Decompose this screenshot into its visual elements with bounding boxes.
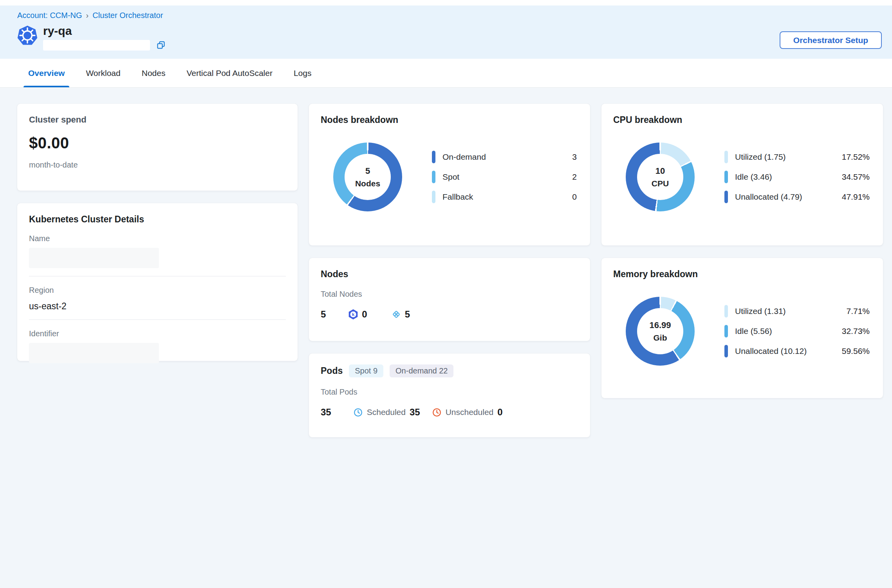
top-strip (0, 0, 892, 5)
unscheduled-clock-icon (432, 408, 442, 417)
field-region-label: Region (29, 286, 286, 295)
breadcrumb: Account: CCM-NG › Cluster Orchestrator (17, 11, 875, 20)
legend-row-cpu-utilized: Utilized (1.75) 17.52% (724, 151, 870, 163)
cpu-breakdown-card: CPU breakdown 10 CPU Utilized (1.75) 17.… (601, 104, 883, 245)
legend-row-on-demand: On-demand 3 (432, 151, 577, 163)
spot-legend-pill (432, 171, 435, 183)
cluster-spend-period: month-to-date (29, 161, 286, 170)
karpenter-icon: k (348, 309, 359, 320)
memory-idle-legend-label: Idle (5.56) (735, 326, 772, 336)
cluster-id-row (43, 40, 166, 51)
field-name: Name (29, 234, 286, 268)
memory-idle-legend-pill (724, 325, 728, 337)
field-name-label: Name (29, 234, 286, 243)
fallback-legend-value: 0 (572, 192, 577, 202)
nodes-donut-value: 5 (365, 166, 370, 176)
cpu-unallocated-legend-value: 47.91% (842, 192, 870, 202)
title-block: ry-qa (43, 25, 166, 51)
on-demand-legend-value: 3 (572, 152, 577, 162)
cpu-breakdown-legend: Utilized (1.75) 17.52% Idle (3.46) 34.57… (724, 151, 870, 203)
nodes-breakdown-chart-row: 5 Nodes On-demand 3 Spot 2 (321, 142, 578, 211)
nodes-card: Nodes Total Nodes 5 k 0 (309, 258, 590, 341)
legend-row-cpu-idle: Idle (3.46) 34.57% (724, 171, 870, 183)
kubernetes-logo-icon (17, 25, 38, 46)
memory-utilized-legend-value: 7.71% (846, 307, 870, 316)
cluster-id-redacted (43, 40, 150, 51)
breadcrumb-cluster-orchestrator-link[interactable]: Cluster Orchestrator (92, 11, 163, 20)
svg-text:k: k (352, 312, 355, 317)
memory-utilized-legend-pill (724, 305, 728, 317)
divider (29, 319, 286, 320)
cpu-idle-legend-pill (724, 171, 728, 183)
pods-stat-row: 35 Scheduled 35 (321, 407, 578, 418)
cpu-donut-value: 10 (655, 166, 665, 176)
orchestrator-nodes-value: 5 (405, 309, 410, 320)
unscheduled-value: 0 (497, 407, 502, 418)
memory-donut-value: 16.99 (649, 320, 671, 330)
legend-row-cpu-unallocated: Unallocated (4.79) 47.91% (724, 191, 870, 203)
cpu-donut-chart: 10 CPU (626, 142, 695, 211)
memory-breakdown-chart-row: 16.99 Gib Utilized (1.31) 7.71% Idle (5. (613, 297, 871, 366)
total-nodes-label: Total Nodes (321, 290, 578, 299)
field-region: Region us-east-2 (29, 286, 286, 312)
legend-row-spot: Spot 2 (432, 171, 577, 183)
tab-overview[interactable]: Overview (27, 69, 66, 87)
total-nodes-value: 5 (321, 309, 326, 320)
legend-row-memory-utilized: Utilized (1.31) 7.71% (724, 305, 870, 317)
spot-legend-label: Spot (442, 172, 459, 182)
tab-logs[interactable]: Logs (292, 69, 313, 87)
tab-nodes[interactable]: Nodes (140, 69, 167, 87)
memory-donut-label: Gib (654, 333, 667, 343)
spot-legend-value: 2 (572, 172, 577, 182)
page: Account: CCM-NG › Cluster Orchestrator (0, 0, 892, 588)
pods-title-row: Pods Spot 9 On-demand 22 (321, 364, 578, 377)
field-identifier: Identifier (29, 329, 286, 363)
memory-unallocated-legend-value: 59.56% (842, 346, 870, 356)
cpu-donut-label: CPU (652, 179, 669, 188)
tab-workload[interactable]: Workload (84, 69, 122, 87)
scheduled-label: Scheduled (367, 408, 406, 417)
on-demand-legend-pill (432, 151, 435, 163)
overview-content: Cluster spend $0.00 month-to-date Kubern… (0, 88, 892, 588)
cpu-breakdown-title: CPU breakdown (613, 115, 871, 125)
kubernetes-cluster-details-card: Kubernetes Cluster Details Name Region u… (17, 203, 298, 361)
field-identifier-label: Identifier (29, 329, 286, 338)
title-row: ry-qa (17, 25, 875, 51)
cpu-breakdown-chart-row: 10 CPU Utilized (1.75) 17.52% Idle (3.46 (613, 142, 871, 211)
orchestrator-diamond-icon (391, 309, 402, 320)
memory-breakdown-title: Memory breakdown (613, 269, 871, 280)
tab-bar: Overview Workload Nodes Vertical Pod Aut… (0, 59, 892, 88)
cluster-title: ry-qa (43, 25, 166, 37)
on-demand-pods-badge: On-demand 22 (390, 364, 453, 377)
orchestrator-setup-button[interactable]: Orchestrator Setup (780, 31, 882, 49)
breadcrumb-account-link[interactable]: Account: CCM-NG (17, 11, 82, 20)
cpu-idle-legend-value: 34.57% (842, 172, 870, 182)
nodes-donut-chart: 5 Nodes (333, 142, 402, 211)
cluster-spend-card: Cluster spend $0.00 month-to-date (17, 104, 298, 191)
nodes-donut-label: Nodes (355, 179, 380, 188)
divider (29, 276, 286, 276)
nodes-card-title: Nodes (321, 269, 578, 280)
legend-row-memory-unallocated: Unallocated (10.12) 59.56% (724, 345, 870, 357)
memory-idle-legend-value: 32.73% (842, 326, 870, 336)
nodes-stat-row: 5 k 0 (321, 309, 578, 320)
memory-unallocated-legend-pill (724, 345, 728, 357)
nodes-breakdown-title: Nodes breakdown (321, 115, 578, 125)
nodes-breakdown-legend: On-demand 3 Spot 2 Fallback 0 (432, 151, 577, 203)
scheduled-value: 35 (410, 407, 420, 418)
tab-vertical-pod-autoscaler[interactable]: Vertical Pod AutoScaler (185, 69, 274, 87)
field-name-value-redacted (29, 248, 159, 268)
fallback-legend-pill (432, 191, 435, 203)
cpu-idle-legend-label: Idle (3.46) (735, 172, 772, 182)
memory-donut-center: 16.99 Gib (637, 308, 683, 354)
field-identifier-value-redacted (29, 343, 159, 363)
unscheduled-label: Unscheduled (446, 408, 494, 417)
cpu-utilized-legend-label: Utilized (1.75) (735, 152, 786, 162)
cpu-unallocated-legend-pill (724, 191, 728, 203)
cpu-donut-center: 10 CPU (637, 154, 683, 200)
on-demand-legend-label: On-demand (442, 152, 486, 162)
memory-breakdown-legend: Utilized (1.31) 7.71% Idle (5.56) 32.73%… (724, 305, 870, 357)
scheduled-clock-icon (353, 408, 363, 417)
memory-unallocated-legend-label: Unallocated (10.12) (735, 346, 807, 356)
copy-icon[interactable] (156, 40, 166, 50)
